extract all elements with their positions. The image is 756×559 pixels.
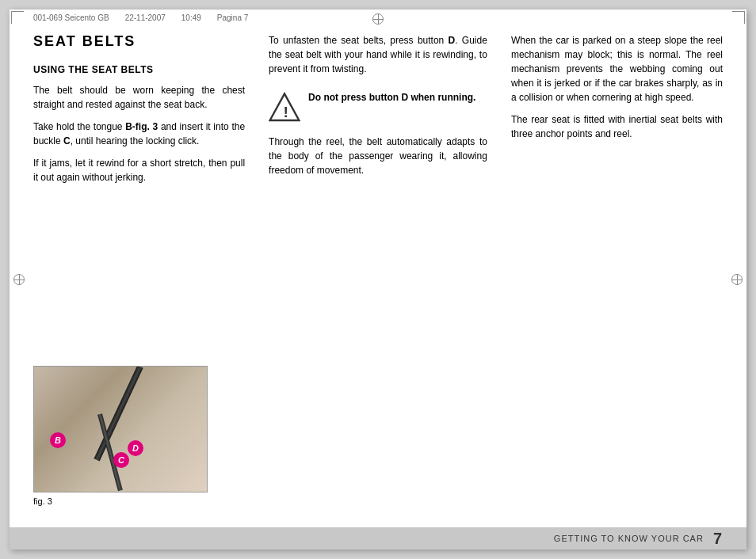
file-time: 10:49 bbox=[181, 13, 201, 22]
warning-triangle-icon: ! bbox=[269, 92, 300, 124]
file-page-label: Pagina 7 bbox=[217, 13, 248, 22]
left-paragraph-2: Take hold the tongue B-fig. 3 and insert… bbox=[33, 120, 245, 148]
fig-caption: fig. 3 bbox=[33, 496, 208, 506]
figure-image: B C D P4Q01090 bbox=[33, 366, 208, 492]
filename: 001-069 Seicento GB bbox=[33, 13, 109, 22]
warning-text: Do not press button D when running. bbox=[308, 90, 475, 105]
left-paragraph-3: If it jams, let it rewind for a short st… bbox=[33, 156, 245, 184]
label-c: C bbox=[113, 452, 129, 468]
middle-column: To unfasten the seat belts, press button… bbox=[261, 33, 495, 518]
file-date: 22-11-2007 bbox=[125, 13, 166, 22]
section-title: SEAT BELTS bbox=[33, 33, 245, 50]
mid-paragraph-2: Through the reel, the belt automatically… bbox=[269, 135, 487, 177]
right-paragraph-1: When the car is parked on a steep slope … bbox=[511, 33, 723, 105]
footer-nav-text: GETTING TO KNOW YOUR CAR bbox=[554, 534, 704, 543]
mid-paragraph-1: To unfasten the seat belts, press button… bbox=[269, 33, 487, 76]
label-b: B bbox=[50, 432, 66, 448]
footer-bar: GETTING TO KNOW YOUR CAR 7 bbox=[10, 527, 746, 549]
label-d: D bbox=[128, 440, 143, 456]
footer-text: GETTING TO KNOW YOUR CAR 7 bbox=[554, 530, 723, 548]
sub-title: USING THE SEAT BELTS bbox=[33, 64, 245, 75]
svg-text:!: ! bbox=[283, 104, 288, 120]
page-number: 7 bbox=[713, 530, 723, 548]
left-paragraph-1: The belt should be worn keeping the ches… bbox=[33, 83, 245, 112]
crop-mark-tr bbox=[732, 11, 745, 24]
right-column: When the car is parked on a steep slope … bbox=[495, 33, 723, 518]
reg-mark-right bbox=[731, 274, 743, 285]
warning-box: ! Do not press button D when running. bbox=[269, 90, 487, 124]
reg-mark-left bbox=[13, 274, 25, 285]
file-info-bar: 001-069 Seicento GB 22-11-2007 10:49 Pag… bbox=[33, 13, 723, 22]
crop-mark-tl bbox=[11, 11, 24, 24]
right-paragraph-2: The rear seat is fitted with inertial se… bbox=[511, 112, 723, 141]
figure-image-inner: B C D P4Q01090 bbox=[34, 367, 207, 492]
page: 001-069 Seicento GB 22-11-2007 10:49 Pag… bbox=[10, 10, 746, 549]
figure-container: B C D P4Q01090 fig. 3 bbox=[33, 366, 208, 506]
